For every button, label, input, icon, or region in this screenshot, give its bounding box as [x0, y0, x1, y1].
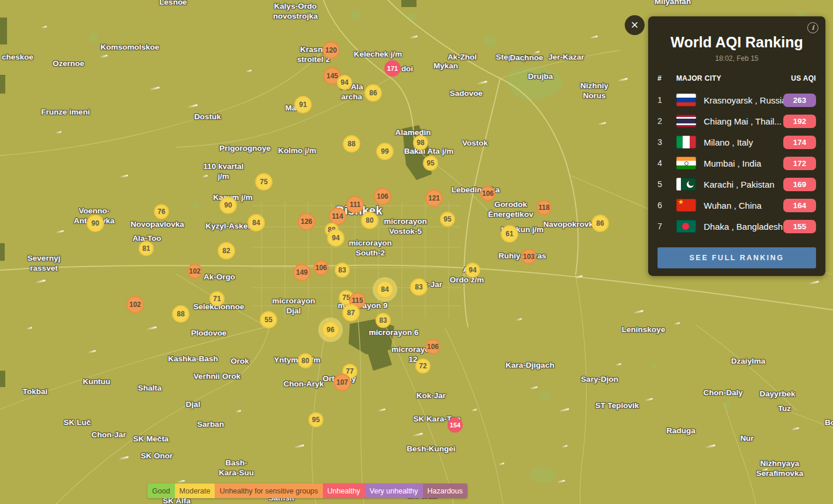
aqi-marker[interactable]: 76: [154, 204, 169, 219]
aqi-marker[interactable]: 72: [415, 358, 431, 374]
aqi-marker[interactable]: 171: [384, 60, 401, 77]
ranking-row[interactable]: 2Chiang Mai , Thail...192: [658, 111, 816, 132]
aqi-marker[interactable]: 121: [425, 189, 443, 207]
close-button[interactable]: ×: [625, 15, 645, 35]
aqi-marker[interactable]: 84: [247, 214, 265, 232]
aqi-marker[interactable]: 94: [465, 263, 480, 278]
wind-streak: [149, 87, 160, 91]
see-full-ranking-button[interactable]: SEE FULL RANKING: [658, 247, 816, 268]
city-name: Mumbai , India: [704, 158, 783, 168]
aqi-marker[interactable]: 75: [255, 173, 273, 191]
aqi-marker[interactable]: 96: [322, 321, 339, 339]
city-name: Milano , Italy: [704, 137, 783, 147]
aqi-marker[interactable]: 83: [335, 263, 350, 278]
map-label: Plodovoe: [191, 329, 227, 339]
aqi-marker[interactable]: 55: [260, 311, 277, 329]
map-label: Kuntuu: [82, 377, 110, 387]
aqi-badge: 155: [783, 220, 816, 233]
legend-item: Hazardous: [423, 484, 467, 498]
aqi-marker[interactable]: 120: [322, 42, 340, 59]
map-label: Nur: [740, 434, 753, 444]
wind-streak: [246, 70, 252, 73]
col-aqi: US AQI: [791, 74, 816, 82]
map-label: Yntymak j/m: [274, 355, 321, 365]
aqi-badge: 263: [783, 94, 816, 107]
map-label: Komsomolskoe: [101, 43, 160, 53]
aqi-marker[interactable]: 80: [298, 353, 313, 368]
flag-icon: [676, 178, 696, 191]
wind-streak: [557, 479, 565, 483]
aqi-marker[interactable]: 84: [376, 281, 394, 298]
wind-streak: [41, 26, 47, 29]
aqi-marker[interactable]: 106: [480, 186, 495, 201]
aqi-marker[interactable]: 102: [126, 296, 144, 313]
ranking-row[interactable]: 7Dhaka , Bangladesh155: [658, 216, 816, 237]
wind-streak: [705, 444, 715, 448]
aqi-marker[interactable]: 149: [293, 264, 311, 281]
city-name: Chiang Mai , Thail...: [704, 116, 783, 126]
map-label: Dayyrbek: [760, 389, 796, 399]
aqi-marker[interactable]: 111: [346, 196, 364, 213]
aqi-marker[interactable]: 106: [314, 260, 329, 275]
aqi-marker[interactable]: 154: [448, 417, 463, 433]
aqi-marker[interactable]: 87: [342, 304, 360, 322]
aqi-marker[interactable]: 98: [413, 135, 428, 150]
aqi-marker[interactable]: 86: [364, 84, 382, 102]
aqi-marker[interactable]: 83: [410, 278, 428, 296]
map-label: microrayon 6: [369, 328, 419, 338]
ranking-row[interactable]: 1Krasnoyarsk , Russia263: [658, 89, 816, 111]
aqi-marker[interactable]: 88: [172, 305, 190, 323]
map-label: Tokbai: [23, 387, 48, 397]
aqi-marker[interactable]: 94: [327, 229, 345, 247]
map-label: Kashka-Bash: [168, 354, 218, 364]
aqi-marker[interactable]: 107: [333, 374, 351, 391]
aqi-marker[interactable]: 99: [376, 143, 394, 160]
aqi-marker[interactable]: 103: [521, 249, 536, 264]
world-aqi-ranking-panel: i World AQI Ranking 18:02, Feb 15 # MAJO…: [648, 16, 825, 276]
map-label: Raduga: [666, 426, 696, 436]
wind-streak: [99, 54, 108, 58]
aqi-marker[interactable]: 102: [187, 264, 202, 279]
aqi-marker[interactable]: 126: [298, 213, 315, 230]
map-label: Vostok: [462, 139, 488, 149]
map-label: Lesnoe: [159, 0, 187, 7]
aqi-marker[interactable]: 81: [139, 241, 154, 256]
ranking-row[interactable]: 5Karachi , Pakistan169: [658, 174, 816, 195]
aqi-marker[interactable]: 94: [337, 75, 352, 90]
aqi-marker[interactable]: 90: [87, 215, 104, 232]
aqi-marker[interactable]: 88: [343, 135, 360, 153]
aqi-marker[interactable]: 106: [374, 188, 391, 205]
aqi-legend: GoodModerateUnhealthy for sensitive grou…: [147, 484, 467, 498]
col-city: MAJOR CITY: [676, 74, 791, 82]
map-label: microrayon Vostok-5: [384, 217, 427, 237]
aqi-marker[interactable]: 106: [425, 339, 440, 354]
aqi-marker[interactable]: 95: [308, 412, 323, 427]
ranking-row[interactable]: 4Mumbai , India172: [658, 153, 816, 174]
wind-streak: [645, 398, 653, 401]
wind-streak: [598, 122, 606, 125]
aqi-marker[interactable]: 82: [218, 242, 235, 260]
map-label: Chon-Aryk: [283, 379, 323, 389]
aqi-marker[interactable]: 90: [219, 196, 237, 214]
map-label: Milyanfan: [655, 0, 691, 6]
aqi-marker[interactable]: 91: [294, 96, 312, 113]
map-label: Navopokrovka: [543, 220, 597, 230]
legend-item: Very unhealthy: [365, 484, 423, 498]
ranking-row[interactable]: 3Milano , Italy174: [658, 132, 816, 153]
aqi-marker[interactable]: 95: [423, 156, 438, 171]
map-label: Severnyj rassvet: [27, 254, 60, 274]
aqi-marker[interactable]: 71: [209, 291, 225, 306]
ranking-row[interactable]: 6Wuhan , China164: [658, 195, 816, 216]
aqi-marker[interactable]: 61: [501, 225, 518, 243]
flag-icon: [676, 136, 696, 149]
aqi-marker[interactable]: 95: [440, 212, 455, 227]
wind-streak: [477, 81, 487, 85]
wind-streak: [574, 275, 583, 278]
aqi-marker[interactable]: 86: [591, 215, 609, 232]
flag-icon: [676, 157, 696, 170]
wind-streak: [498, 462, 504, 465]
aqi-marker[interactable]: 118: [536, 200, 552, 215]
aqi-marker[interactable]: 80: [361, 212, 378, 229]
aqi-marker[interactable]: 83: [376, 313, 391, 328]
info-icon[interactable]: i: [807, 22, 818, 33]
